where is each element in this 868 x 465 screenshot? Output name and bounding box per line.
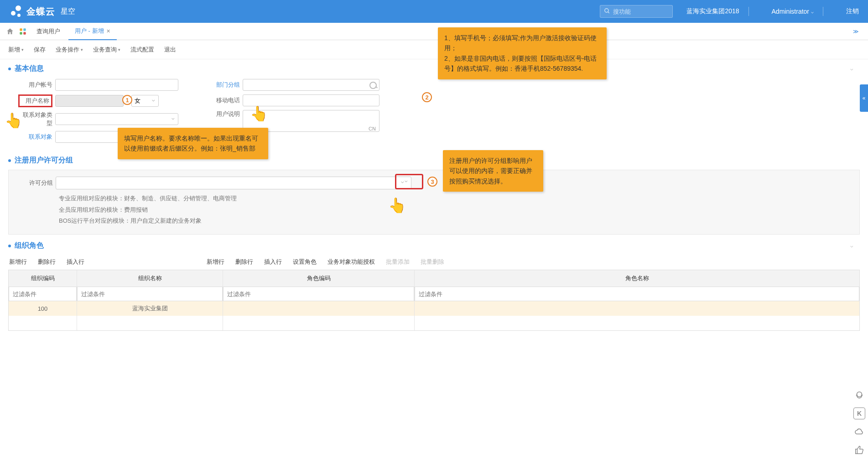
collapse-icon[interactable]: ⌵ xyxy=(850,66,860,72)
add-row-left-button[interactable]: 新增行 xyxy=(9,258,27,266)
section-org-role: 组织角色 ⌵ xyxy=(0,236,868,253)
insert-row-left-button[interactable]: 插入行 xyxy=(67,258,84,266)
col-role-code: 角色编码 xyxy=(223,270,415,287)
tooltip-2: 1、填写手机号；必须填写;作为用户激活接收验证码使用； 2、如果是非国内电话，则… xyxy=(438,27,607,79)
col-org-name: 组织名称 xyxy=(77,270,223,287)
chevron-down-icon: ⌵ xyxy=(811,9,814,14)
global-search[interactable] xyxy=(600,5,673,18)
batch-add-button: 批量添加 xyxy=(386,258,410,266)
contact-type-select[interactable] xyxy=(55,113,178,125)
flow-config-button[interactable]: 流式配置 xyxy=(130,46,154,54)
search-icon xyxy=(604,8,610,16)
tab-bar: 查询用户 用户 - 新增× ≫ xyxy=(0,23,868,40)
label-user-account: 用户帐号 xyxy=(18,81,52,89)
bullet-icon xyxy=(8,68,11,70)
biz-op-button[interactable]: 业务操作▾ xyxy=(56,46,83,54)
license-group-panel: 许可分组 专业应用组对应的模块：财务、制造、供应链、分销管理、电商管理 全员应用… xyxy=(8,170,860,235)
label-license-group: 许可分组 xyxy=(19,179,53,187)
user-menu[interactable]: Administrator⌵ xyxy=(772,8,814,15)
col-org-code: 组织编码 xyxy=(9,270,77,287)
add-row-right-button[interactable]: 新增行 xyxy=(207,258,224,266)
table-row[interactable]: 100 蓝海实业集团 xyxy=(9,301,859,316)
brand-main: 金蝶云 xyxy=(26,5,55,18)
org-selector[interactable]: 蓝海实业集团2018 xyxy=(686,7,739,16)
home-icon[interactable] xyxy=(5,26,16,37)
logo: 金蝶云 星空 xyxy=(9,5,75,18)
filter-org-code[interactable] xyxy=(9,287,77,301)
role-toolbar: 新增行 删除行 插入行 新增行 删除行 插入行 设置角色 业务对象功能授权 批量… xyxy=(0,253,868,270)
section-basic-info: 基本信息 ⌵ xyxy=(0,59,868,76)
annot-badge-1: 1 xyxy=(122,95,132,105)
dept-group-lookup[interactable] xyxy=(243,79,379,91)
cell-role-name xyxy=(415,301,859,316)
logout-link[interactable]: 注销 xyxy=(846,7,859,16)
search-input[interactable] xyxy=(613,8,669,15)
exit-button[interactable]: 退出 xyxy=(164,46,176,54)
save-button[interactable]: 保存 xyxy=(34,46,46,54)
cell-org-code: 100 xyxy=(9,301,77,316)
close-icon[interactable]: × xyxy=(107,27,110,35)
filter-role-code[interactable] xyxy=(223,287,414,301)
set-role-button[interactable]: 设置角色 xyxy=(293,258,317,266)
svg-rect-2 xyxy=(20,28,22,31)
bullet-icon xyxy=(8,245,11,247)
svg-rect-3 xyxy=(23,28,26,31)
svg-rect-5 xyxy=(23,32,26,34)
pointer-icon: 👆 xyxy=(388,197,406,214)
filter-role-name[interactable] xyxy=(415,287,859,301)
insert-row-right-button[interactable]: 插入行 xyxy=(264,258,282,266)
user-account-input[interactable] xyxy=(55,79,178,91)
tab-user-new[interactable]: 用户 - 新增× xyxy=(68,23,117,40)
cell-role-code xyxy=(223,301,415,316)
user-name-input[interactable] xyxy=(55,95,124,107)
delete-row-left-button[interactable]: 删除行 xyxy=(38,258,56,266)
license-notes: 专业应用组对应的模块：财务、制造、供应链、分销管理、电商管理 全员应用组对应的模… xyxy=(59,193,849,227)
section-title: 注册用户许可分组 xyxy=(15,156,73,165)
chevron-down-icon: ▾ xyxy=(21,47,24,52)
bullet-icon xyxy=(8,159,11,162)
brand-sub: 星空 xyxy=(61,7,75,16)
label-contact-obj[interactable]: 联系对象 xyxy=(18,133,52,141)
apps-icon[interactable] xyxy=(17,26,28,37)
chevron-down-icon: ▾ xyxy=(118,47,120,52)
svg-point-0 xyxy=(605,8,608,12)
cell-org-name: 蓝海实业集团 xyxy=(77,301,223,316)
chevron-down-icon: ▾ xyxy=(81,47,83,52)
label-user-name: 用户名称 xyxy=(18,94,52,107)
label-contact-type: 联系对象类型 xyxy=(18,111,52,127)
section-title: 组织角色 xyxy=(15,241,44,251)
tabs-expand-icon[interactable]: ≫ xyxy=(853,28,863,35)
right-panel-expand[interactable]: « xyxy=(860,84,868,112)
pointer-icon: 👆 xyxy=(5,112,23,129)
svg-rect-4 xyxy=(20,32,22,34)
biz-query-button[interactable]: 业务查询▾ xyxy=(93,46,120,54)
delete-row-right-button[interactable]: 删除行 xyxy=(235,258,253,266)
biz-auth-button[interactable]: 业务对象功能授权 xyxy=(327,258,375,266)
license-group-input[interactable] xyxy=(56,177,411,189)
new-button[interactable]: 新增▾ xyxy=(8,46,24,54)
gender-select[interactable] xyxy=(131,95,159,107)
section-title: 基本信息 xyxy=(15,64,44,73)
label-user-desc: 用户说明 xyxy=(206,110,240,118)
svg-line-1 xyxy=(608,11,609,13)
label-dept-group[interactable]: 部门分组 xyxy=(206,81,240,89)
col-role-name: 角色名称 xyxy=(415,270,859,287)
filter-org-name[interactable] xyxy=(77,287,223,301)
role-table: 组织编码 组织名称 角色编码 角色名称 100 蓝海实业集团 xyxy=(8,270,860,331)
license-dropdown-icon[interactable]: ⌵ xyxy=(405,177,408,183)
tab-query-user[interactable]: 查询用户 xyxy=(30,23,67,40)
annot-badge-2: 2 xyxy=(422,92,432,102)
top-header: 金蝶云 星空 蓝海实业集团2018 Administrator⌵ 注销 xyxy=(0,0,868,23)
tooltip-1: 填写用户名称。要求名称唯一。如果出现重名可以使用前缀或者后缀区分。例如：张明_销… xyxy=(118,128,268,159)
cn-suffix: CN xyxy=(369,126,376,131)
pointer-icon: 👆 xyxy=(250,105,268,122)
logo-icon xyxy=(9,5,23,18)
action-toolbar: 新增▾ 保存 业务操作▾ 业务查询▾ 流式配置 退出 xyxy=(0,40,868,59)
label-mobile: 移动电话 xyxy=(206,96,240,104)
tooltip-3: 注册用户的许可分组影响用户可以使用的内容，需要正确并按照购买情况选择。 xyxy=(443,150,543,192)
batch-delete-button: 批量删除 xyxy=(421,258,444,266)
annot-badge-3: 3 xyxy=(427,177,437,187)
collapse-icon[interactable]: ⌵ xyxy=(850,243,860,249)
